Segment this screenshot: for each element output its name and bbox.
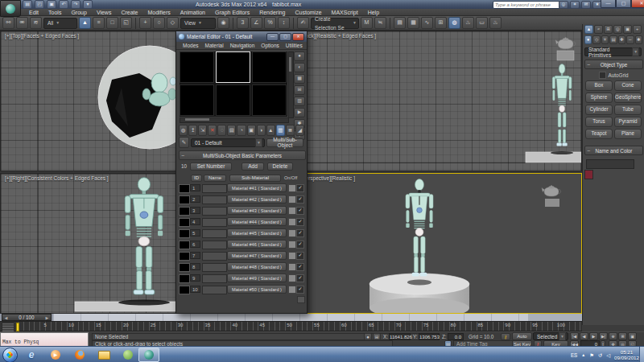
onoff-checkbox[interactable]: ✓ xyxy=(296,195,304,204)
subtab-helpers[interactable]: ✚ xyxy=(618,35,625,44)
zoom-all-icon[interactable]: ⊞ xyxy=(618,332,627,340)
time-slider-handle[interactable]: ◀ 0 / 100 ▶ xyxy=(2,314,52,321)
onoff-checkbox[interactable]: ✓ xyxy=(296,184,304,192)
color-swatch[interactable] xyxy=(288,286,296,294)
eyedropper-icon[interactable]: ✎ xyxy=(179,137,189,148)
object-type-button[interactable]: Cone xyxy=(614,80,642,91)
autogrid-checkbox[interactable] xyxy=(599,72,606,79)
spinner-snap-icon[interactable]: ↕ xyxy=(278,17,290,29)
object-name-input[interactable] xyxy=(586,159,634,169)
3dsmax-taskbar-icon[interactable] xyxy=(138,348,159,362)
material-preview-swatch[interactable] xyxy=(179,218,190,227)
name-input[interactable] xyxy=(202,184,227,193)
object-type-button[interactable]: Cylinder xyxy=(585,105,613,115)
submaterial-column-header[interactable]: Sub-Material xyxy=(229,175,281,182)
taskbar-clock[interactable]: 05:21 09/09/2012 xyxy=(614,349,639,360)
search-icon[interactable]: ◎ xyxy=(559,1,568,9)
name-input[interactable] xyxy=(202,218,227,227)
color-swatch[interactable] xyxy=(288,274,296,282)
put-to-library-icon[interactable]: ▤ xyxy=(227,125,236,136)
material-preview-swatch[interactable] xyxy=(179,263,190,272)
viewport-label-right[interactable]: [+][Right][Consistent Colors + Edged Fac… xyxy=(5,175,109,181)
submaterial-button[interactable]: Material #45 ( Standard ) xyxy=(227,228,287,237)
language-indicator[interactable]: ES xyxy=(571,352,577,358)
sample-slot[interactable] xyxy=(180,51,214,83)
name-input[interactable] xyxy=(202,195,227,204)
material-preview-swatch[interactable] xyxy=(179,286,190,294)
zoom-extents-icon[interactable]: ▣ xyxy=(628,332,637,340)
render-setup-icon[interactable]: ♨ xyxy=(462,17,474,29)
subtab-systems[interactable]: ✱ xyxy=(635,35,642,44)
snaps-toggle-icon[interactable]: 3 xyxy=(237,17,249,29)
object-color-swatch[interactable] xyxy=(584,170,593,179)
perspective-scene[interactable] xyxy=(291,174,582,314)
redo-icon[interactable]: ↷ xyxy=(71,0,80,9)
material-editor-menu-item[interactable]: Utilities xyxy=(283,43,306,48)
menu-item[interactable]: Group xyxy=(66,10,91,15)
color-swatch[interactable] xyxy=(288,184,296,192)
material-editor-titlebar[interactable]: Material Editor - 01 - Default — ▢ ✕ xyxy=(176,31,307,42)
media-player-icon[interactable]: ▶ xyxy=(45,348,66,362)
geometry-category-dropdown[interactable]: Standard Primitives▼ xyxy=(584,47,642,56)
color-swatch[interactable] xyxy=(288,195,296,204)
sample-slot[interactable] xyxy=(216,84,250,116)
internet-explorer-icon[interactable]: e xyxy=(21,348,42,362)
color-swatch[interactable] xyxy=(288,229,296,237)
select-and-rotate-icon[interactable]: ○ xyxy=(153,17,165,29)
onoff-checkbox[interactable]: ✓ xyxy=(296,274,304,282)
id-column-header[interactable]: ID xyxy=(191,175,202,182)
pick-material-icon[interactable]: ◢ xyxy=(295,125,304,136)
get-material-icon[interactable]: ◍ xyxy=(179,125,188,136)
submaterial-button[interactable]: Material #44 ( Standard ) xyxy=(227,217,287,226)
material-preview-swatch[interactable] xyxy=(179,195,190,204)
network-icon[interactable]: ↺ xyxy=(598,352,602,358)
subtab-geometry[interactable]: ● xyxy=(584,35,592,44)
material-map-navigator-icon[interactable]: ≣ xyxy=(286,125,295,136)
material-id-channel-icon[interactable]: ◔ xyxy=(237,125,246,136)
auto-key-button[interactable]: Auto Key xyxy=(512,332,532,340)
object-type-button[interactable]: Box xyxy=(585,80,613,91)
go-forward-sibling-icon[interactable]: ▥ xyxy=(276,125,285,136)
material-type-button[interactable]: Multi/Sub-Object xyxy=(266,138,303,147)
menu-item[interactable]: Tools xyxy=(43,10,66,15)
curve-editor-icon[interactable]: ∿ xyxy=(421,17,433,29)
material-editor-menu-item[interactable]: Modes xyxy=(180,43,202,48)
select-and-link-icon[interactable]: ⚯ xyxy=(2,17,14,29)
z-coordinate-field[interactable]: 0.0 xyxy=(448,333,464,340)
submaterial-button[interactable]: Material #42 ( Standard ) xyxy=(227,195,287,204)
object-type-button[interactable]: Pyramid xyxy=(614,117,642,127)
volume-icon[interactable]: ◁ xyxy=(606,352,610,358)
object-type-button[interactable]: Teapot xyxy=(585,129,613,139)
menu-item[interactable]: Views xyxy=(92,10,117,15)
slots-horizontal-scrollbar[interactable] xyxy=(180,117,289,123)
show-desktop-button[interactable] xyxy=(639,347,644,362)
material-preview-swatch[interactable] xyxy=(179,184,190,193)
hidden-icons-icon[interactable]: ▲ xyxy=(581,352,585,357)
name-input[interactable] xyxy=(202,286,227,294)
sample-slot-selected[interactable] xyxy=(216,51,250,83)
green-app-icon[interactable] xyxy=(118,348,138,362)
subtab-cameras[interactable]: ▤ xyxy=(609,35,617,44)
tab-display[interactable]: ▣ xyxy=(623,25,632,34)
make-unique-icon[interactable]: ◌ xyxy=(217,125,226,136)
tab-hierarchy[interactable]: ⊞ xyxy=(604,25,613,34)
undo-icon[interactable]: ↶ xyxy=(59,0,68,9)
select-by-name-icon[interactable]: ≡ xyxy=(93,17,105,29)
tab-create[interactable]: ▲ xyxy=(584,25,593,34)
add-button[interactable]: Add xyxy=(242,162,264,171)
object-type-rollout[interactable]: − Object Type xyxy=(584,60,643,69)
object-type-button[interactable]: Torus xyxy=(585,117,613,127)
rectangular-selection-region-icon[interactable]: □ xyxy=(106,17,118,29)
name-input[interactable] xyxy=(202,263,227,272)
maximize-button[interactable]: ▢ xyxy=(616,0,631,8)
material-preview-swatch[interactable] xyxy=(179,207,190,216)
onoff-checkbox[interactable]: ✓ xyxy=(296,229,304,237)
previous-frame-icon[interactable]: ◀ xyxy=(2,315,10,320)
menu-item[interactable]: Help xyxy=(363,10,384,15)
selection-set-key-dropdown[interactable]: Selected▼ xyxy=(533,332,568,340)
make-preview-icon[interactable]: ▶ xyxy=(294,108,305,117)
selection-filter-dropdown[interactable]: All▼ xyxy=(43,18,77,29)
onoff-checkbox[interactable]: ✓ xyxy=(296,286,304,294)
maximize-icon[interactable]: ▢ xyxy=(279,33,291,41)
schematic-view-icon[interactable]: ⊞ xyxy=(435,17,447,29)
